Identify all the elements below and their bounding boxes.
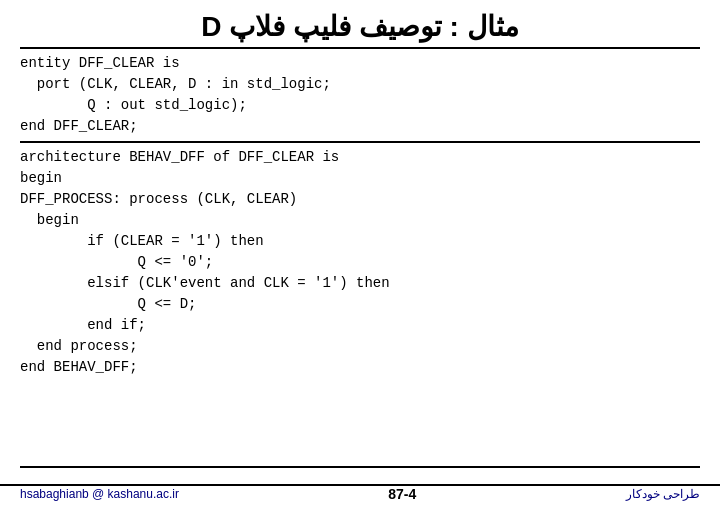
footer-email: hsabaghianb @ kashanu.ac.ir [20, 487, 179, 501]
code-text-1: entity DFF_CLEAR is port (CLK, CLEAR, D … [20, 55, 331, 134]
slide-title: مثال : توصیف فلیپ فلاپ D [20, 10, 700, 43]
divider-3 [20, 466, 700, 468]
code-section-1: entity DFF_CLEAR is port (CLK, CLEAR, D … [20, 53, 700, 137]
footer-page: 87-4 [388, 486, 416, 502]
slide: مثال : توصیف فلیپ فلاپ D entity DFF_CLEA… [0, 0, 720, 510]
code-section-2: architecture BEHAV_DFF of DFF_CLEAR is b… [20, 147, 700, 378]
divider-1 [20, 47, 700, 49]
footer: hsabaghianb @ kashanu.ac.ir 87-4 طراحی خ… [0, 484, 720, 502]
footer-credit: طراحی خودکار [626, 487, 700, 501]
divider-2 [20, 141, 700, 143]
code-text-2: architecture BEHAV_DFF of DFF_CLEAR is b… [20, 149, 390, 375]
